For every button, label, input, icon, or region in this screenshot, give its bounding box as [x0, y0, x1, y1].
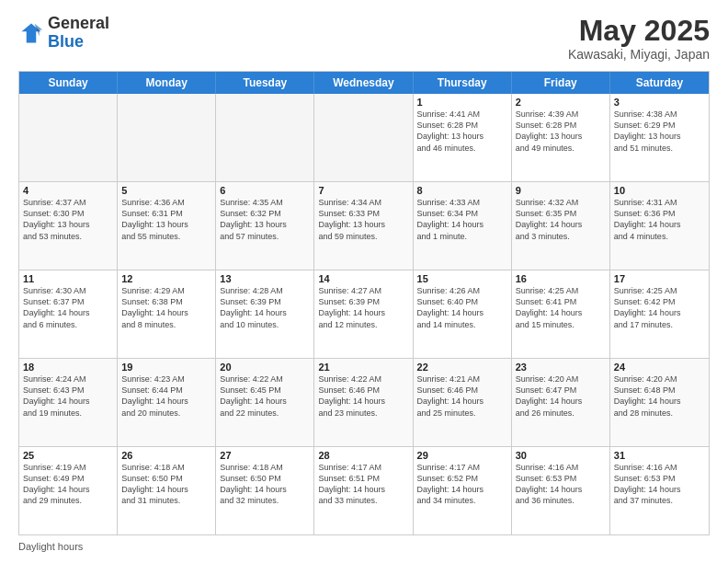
calendar-cell: 9Sunrise: 4:32 AM Sunset: 6:35 PM Daylig… — [512, 182, 610, 270]
calendar-cell: 4Sunrise: 4:37 AM Sunset: 6:30 PM Daylig… — [19, 182, 118, 270]
header: General Blue May 2025 Kawasaki, Miyagi, … — [18, 15, 710, 62]
day-number: 1 — [417, 97, 507, 108]
day-of-week-header: Thursday — [414, 72, 512, 94]
cell-info: Sunrise: 4:36 AM Sunset: 6:31 PM Dayligh… — [121, 197, 211, 242]
day-number: 28 — [318, 450, 408, 461]
footer-note: Daylight hours — [18, 541, 710, 552]
calendar-cell-empty — [314, 94, 413, 181]
month-title: May 2025 — [568, 15, 710, 47]
cell-info: Sunrise: 4:32 AM Sunset: 6:35 PM Dayligh… — [516, 197, 606, 242]
cell-info: Sunrise: 4:20 AM Sunset: 6:47 PM Dayligh… — [516, 373, 606, 419]
calendar-cell: 7Sunrise: 4:34 AM Sunset: 6:33 PM Daylig… — [314, 182, 413, 270]
calendar-cell: 13Sunrise: 4:28 AM Sunset: 6:39 PM Dayli… — [216, 270, 314, 358]
logo-icon — [18, 20, 44, 46]
calendar-header: SundayMondayTuesdayWednesdayThursdayFrid… — [19, 72, 709, 94]
logo-blue: Blue — [48, 32, 84, 51]
calendar-cell: 2Sunrise: 4:39 AM Sunset: 6:28 PM Daylig… — [512, 94, 610, 181]
logo-text: General Blue — [48, 15, 109, 52]
calendar-cell: 24Sunrise: 4:20 AM Sunset: 6:48 PM Dayli… — [610, 359, 709, 446]
day-number: 10 — [614, 185, 705, 196]
calendar-cell: 14Sunrise: 4:27 AM Sunset: 6:39 PM Dayli… — [314, 270, 413, 358]
calendar-cell: 3Sunrise: 4:38 AM Sunset: 6:29 PM Daylig… — [610, 94, 709, 181]
day-number: 3 — [614, 97, 705, 108]
calendar-cell: 17Sunrise: 4:25 AM Sunset: 6:42 PM Dayli… — [610, 270, 709, 358]
cell-info: Sunrise: 4:20 AM Sunset: 6:48 PM Dayligh… — [614, 373, 705, 419]
cell-info: Sunrise: 4:33 AM Sunset: 6:34 PM Dayligh… — [417, 197, 507, 242]
cell-info: Sunrise: 4:19 AM Sunset: 6:49 PM Dayligh… — [23, 462, 113, 507]
calendar: SundayMondayTuesdayWednesdayThursdayFrid… — [18, 71, 710, 535]
cell-info: Sunrise: 4:16 AM Sunset: 6:53 PM Dayligh… — [614, 462, 705, 507]
logo-general: General — [48, 14, 109, 32]
cell-info: Sunrise: 4:31 AM Sunset: 6:36 PM Dayligh… — [614, 197, 705, 242]
day-number: 18 — [23, 362, 113, 373]
cell-info: Sunrise: 4:38 AM Sunset: 6:29 PM Dayligh… — [614, 109, 705, 154]
day-of-week-header: Tuesday — [216, 72, 314, 94]
day-of-week-header: Sunday — [19, 72, 118, 94]
calendar-cell: 31Sunrise: 4:16 AM Sunset: 6:53 PM Dayli… — [610, 447, 709, 534]
day-number: 8 — [417, 185, 507, 196]
calendar-cell: 16Sunrise: 4:25 AM Sunset: 6:41 PM Dayli… — [512, 270, 610, 358]
calendar-body: 1Sunrise: 4:41 AM Sunset: 6:28 PM Daylig… — [19, 94, 709, 534]
cell-info: Sunrise: 4:35 AM Sunset: 6:32 PM Dayligh… — [220, 197, 310, 242]
cell-info: Sunrise: 4:37 AM Sunset: 6:30 PM Dayligh… — [23, 197, 113, 242]
cell-info: Sunrise: 4:30 AM Sunset: 6:37 PM Dayligh… — [23, 285, 113, 330]
calendar-cell: 27Sunrise: 4:18 AM Sunset: 6:50 PM Dayli… — [216, 447, 314, 534]
cell-info: Sunrise: 4:22 AM Sunset: 6:46 PM Dayligh… — [318, 373, 408, 419]
calendar-cell: 23Sunrise: 4:20 AM Sunset: 6:47 PM Dayli… — [512, 359, 610, 446]
calendar-cell: 6Sunrise: 4:35 AM Sunset: 6:32 PM Daylig… — [216, 182, 314, 270]
cell-info: Sunrise: 4:27 AM Sunset: 6:39 PM Dayligh… — [318, 285, 408, 330]
day-number: 30 — [516, 450, 606, 461]
day-number: 24 — [614, 362, 705, 373]
day-number: 19 — [121, 362, 211, 373]
calendar-cell: 19Sunrise: 4:23 AM Sunset: 6:44 PM Dayli… — [118, 359, 216, 446]
day-number: 6 — [220, 185, 310, 196]
calendar-cell: 10Sunrise: 4:31 AM Sunset: 6:36 PM Dayli… — [610, 182, 709, 270]
cell-info: Sunrise: 4:26 AM Sunset: 6:40 PM Dayligh… — [417, 285, 507, 330]
calendar-cell: 29Sunrise: 4:17 AM Sunset: 6:52 PM Dayli… — [414, 447, 512, 534]
calendar-cell-empty — [216, 94, 314, 181]
calendar-cell: 18Sunrise: 4:24 AM Sunset: 6:43 PM Dayli… — [19, 359, 118, 446]
day-number: 16 — [516, 273, 606, 284]
cell-info: Sunrise: 4:28 AM Sunset: 6:39 PM Dayligh… — [220, 285, 310, 330]
calendar-week-row: 25Sunrise: 4:19 AM Sunset: 6:49 PM Dayli… — [19, 446, 709, 534]
day-number: 9 — [516, 185, 606, 196]
day-number: 7 — [318, 185, 408, 196]
cell-info: Sunrise: 4:16 AM Sunset: 6:53 PM Dayligh… — [516, 462, 606, 507]
day-number: 13 — [220, 273, 310, 284]
day-number: 20 — [220, 362, 310, 373]
page: General Blue May 2025 Kawasaki, Miyagi, … — [0, 0, 728, 563]
cell-info: Sunrise: 4:17 AM Sunset: 6:52 PM Dayligh… — [417, 462, 507, 507]
cell-info: Sunrise: 4:17 AM Sunset: 6:51 PM Dayligh… — [318, 462, 408, 507]
calendar-cell-empty — [118, 94, 216, 181]
day-of-week-header: Monday — [118, 72, 216, 94]
calendar-week-row: 11Sunrise: 4:30 AM Sunset: 6:37 PM Dayli… — [19, 270, 709, 358]
calendar-week-row: 1Sunrise: 4:41 AM Sunset: 6:28 PM Daylig… — [19, 94, 709, 181]
day-number: 17 — [614, 273, 705, 284]
calendar-cell: 28Sunrise: 4:17 AM Sunset: 6:51 PM Dayli… — [314, 447, 413, 534]
cell-info: Sunrise: 4:23 AM Sunset: 6:44 PM Dayligh… — [121, 373, 211, 419]
cell-info: Sunrise: 4:39 AM Sunset: 6:28 PM Dayligh… — [516, 109, 606, 154]
cell-info: Sunrise: 4:18 AM Sunset: 6:50 PM Dayligh… — [121, 462, 211, 507]
day-of-week-header: Wednesday — [314, 72, 413, 94]
calendar-cell: 11Sunrise: 4:30 AM Sunset: 6:37 PM Dayli… — [19, 270, 118, 358]
calendar-cell: 22Sunrise: 4:21 AM Sunset: 6:46 PM Dayli… — [414, 359, 512, 446]
day-number: 2 — [516, 97, 606, 108]
day-number: 31 — [614, 450, 705, 461]
cell-info: Sunrise: 4:18 AM Sunset: 6:50 PM Dayligh… — [220, 462, 310, 507]
day-number: 14 — [318, 273, 408, 284]
calendar-cell: 20Sunrise: 4:22 AM Sunset: 6:45 PM Dayli… — [216, 359, 314, 446]
day-number: 21 — [318, 362, 408, 373]
day-number: 5 — [121, 185, 211, 196]
calendar-cell: 12Sunrise: 4:29 AM Sunset: 6:38 PM Dayli… — [118, 270, 216, 358]
cell-info: Sunrise: 4:25 AM Sunset: 6:41 PM Dayligh… — [516, 285, 606, 330]
day-number: 27 — [220, 450, 310, 461]
location: Kawasaki, Miyagi, Japan — [568, 47, 710, 62]
day-number: 15 — [417, 273, 507, 284]
calendar-cell-empty — [19, 94, 118, 181]
calendar-week-row: 18Sunrise: 4:24 AM Sunset: 6:43 PM Dayli… — [19, 358, 709, 446]
cell-info: Sunrise: 4:41 AM Sunset: 6:28 PM Dayligh… — [417, 109, 507, 154]
day-number: 11 — [23, 273, 113, 284]
logo: General Blue — [18, 15, 109, 52]
calendar-week-row: 4Sunrise: 4:37 AM Sunset: 6:30 PM Daylig… — [19, 181, 709, 270]
cell-info: Sunrise: 4:21 AM Sunset: 6:46 PM Dayligh… — [417, 373, 507, 419]
